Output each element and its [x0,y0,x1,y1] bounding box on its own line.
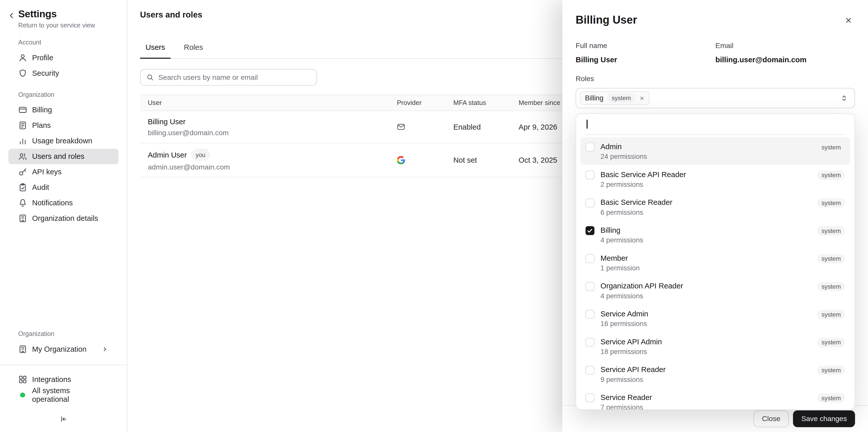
email-label: Email [715,41,855,50]
sidebar-item-notifications[interactable]: Notifications [8,195,119,211]
shield-icon [18,69,27,78]
role-scope-badge: system [817,366,845,375]
role-option-permissions: 16 permissions [600,320,817,328]
user-cell: Admin Useryou admin.user@domain.com [148,149,397,171]
sidebar-item-plans[interactable]: Plans [8,118,119,133]
document-icon [18,121,27,130]
back-button[interactable] [7,9,17,19]
search-icon [146,73,154,81]
role-option-billing[interactable]: Billing 4 permissions system [581,221,850,249]
provider-cell [397,156,453,164]
role-option-member[interactable]: Member 1 permission system [581,248,850,276]
checkbox-unchecked-icon[interactable] [586,254,594,263]
sidebar-item-my-organization[interactable]: My Organization [8,341,119,357]
sidebar-item-label: Notifications [32,198,73,207]
role-option-basic-service-api-reader[interactable]: Basic Service API Reader 2 permissions s… [581,165,850,193]
sidebar-item-label: Integrations [32,375,71,384]
sidebar-section-organization: Organization Billing Plans Usage breakdo… [0,81,127,226]
role-option-name: Organization API Reader [600,281,683,290]
role-option-permissions: 2 permissions [600,180,817,189]
mfa-status: Not set [453,156,519,164]
sidebar-item-label: Audit [32,183,49,192]
sidebar-item-label: Security [32,69,59,77]
role-option-admin[interactable]: Admin 24 permissions system [581,137,850,165]
close-button[interactable]: Close [753,410,788,427]
sidebar-item-label: Profile [32,53,53,62]
checkbox-checked-icon[interactable] [586,226,594,235]
role-option-name: Service Reader [600,393,652,401]
checkbox-unchecked-icon[interactable] [586,366,594,374]
google-provider-icon [397,156,405,164]
role-option-permissions: 6 permissions [600,208,817,217]
role-option-permissions: 4 permissions [600,236,817,245]
user-email: admin.user@domain.com [148,163,397,171]
building-icon [18,345,27,354]
sidebar-section-org-picker: Organization My Organization [0,320,127,357]
roles-multiselect[interactable]: Billing system × [576,88,855,108]
system-status-item[interactable]: All systems operational [8,387,119,403]
role-option-service-admin[interactable]: Service Admin 16 permissions system [581,304,850,332]
selected-role-tag: Billing system × [580,91,649,105]
status-dot-wrap [18,393,27,398]
sidebar-item-api-keys[interactable]: API keys [8,164,119,180]
tab-users[interactable]: Users [140,43,170,58]
role-scope-badge: system [817,254,845,264]
role-option-permissions: 4 permissions [600,292,817,301]
collapse-sidebar-button[interactable] [57,413,70,425]
checkbox-unchecked-icon[interactable] [586,338,594,346]
checkbox-unchecked-icon[interactable] [586,393,594,402]
checkbox-unchecked-icon[interactable] [586,198,594,207]
role-option-service-api-admin[interactable]: Service API Admin 18 permissions system [581,332,850,360]
role-scope-badge: system [817,170,845,180]
role-scope-badge: system [817,198,845,208]
role-option-service-reader[interactable]: Service Reader 7 permissions system [581,388,850,410]
chevron-right-icon [101,345,108,353]
sidebar-item-security[interactable]: Security [8,66,119,81]
tab-roles[interactable]: Roles [178,43,209,58]
status-dot-icon [20,393,25,398]
checkbox-unchecked-icon[interactable] [586,310,594,319]
sidebar-header: Settings Return to your service view [0,0,127,29]
role-option-basic-service-reader[interactable]: Basic Service Reader 6 permissions syste… [581,193,850,221]
check-icon [587,227,593,234]
role-option-name: Member [600,254,628,262]
unfold-select-icon [840,94,848,102]
user-search-box [140,69,317,86]
clipboard-check-icon [18,183,27,192]
sidebar-item-profile[interactable]: Profile [8,50,119,66]
full-name-label: Full name [576,41,715,50]
sidebar-title: Settings [18,8,95,20]
sidebar-item-billing[interactable]: Billing [8,102,119,118]
key-icon [18,167,27,176]
search-input[interactable] [158,73,311,81]
remove-role-icon[interactable]: × [639,95,645,102]
user-fields: Full name Billing User Email billing.use… [576,41,855,64]
sidebar-item-label: Organization details [32,214,98,223]
role-scope-badge: system [817,282,845,292]
building-icon [18,214,27,223]
role-option-organization-api-reader[interactable]: Organization API Reader 4 permissions sy… [581,276,850,304]
checkbox-unchecked-icon[interactable] [586,170,594,179]
collapse-sidebar-icon [59,415,68,423]
role-option-permissions: 24 permissions [600,152,817,161]
sidebar-spacer [0,226,127,321]
role-scope-badge: system [817,393,845,403]
role-filter-input[interactable] [586,114,845,135]
sidebar-item-users-and-roles[interactable]: Users and roles [8,149,119,164]
role-option-service-api-reader[interactable]: Service API Reader 9 permissions system [581,360,850,388]
sidebar-item-integrations[interactable]: Integrations [8,372,119,387]
section-label: Organization [8,330,119,337]
role-option-permissions: 18 permissions [600,347,817,356]
save-changes-button[interactable]: Save changes [793,410,855,427]
sidebar-item-label: Billing [32,105,52,114]
checkbox-unchecked-icon[interactable] [586,142,594,152]
close-drawer-button[interactable] [842,14,855,27]
users-icon [18,152,27,161]
checkbox-unchecked-icon[interactable] [586,282,594,291]
sidebar-item-organization-details[interactable]: Organization details [8,211,119,226]
close-icon [845,16,852,24]
sidebar-item-audit[interactable]: Audit [8,180,119,195]
sidebar-item-usage-breakdown[interactable]: Usage breakdown [8,133,119,149]
role-option-name: Basic Service Reader [600,198,672,206]
full-name-field: Full name Billing User [576,41,715,64]
